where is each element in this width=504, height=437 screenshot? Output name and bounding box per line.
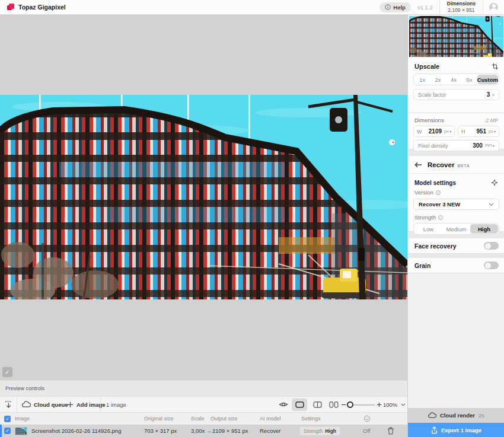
recover-panel: Recover BETA Model settings Version i Re… (408, 156, 504, 232)
mode-custom[interactable]: Custom (477, 75, 498, 84)
right-sidebar: Upscale 1x 2x 4x 6x Custom Scale factor … (407, 15, 504, 437)
upscale-mode-segment: 1x 2x 4x 6x Custom (413, 74, 499, 85)
info-icon: i (438, 215, 443, 220)
chevron-down-icon[interactable]: ▾ (493, 143, 495, 148)
model-settings-label: Model settings (414, 180, 456, 186)
table-row[interactable]: ✓ Screenshot 2026-02-26 114926.png 703 ×… (0, 425, 407, 437)
app-brand: Topaz Gigapixel (0, 0, 49, 14)
mode-6x[interactable]: 6x (461, 75, 477, 84)
help-button[interactable]: Help (379, 2, 411, 12)
upscale-title: Upscale (414, 63, 439, 70)
row-settings-badge[interactable]: StrengthHigh (300, 425, 340, 437)
face-recovery-column-icon (363, 413, 371, 425)
grain-row: Grain (408, 258, 504, 273)
scale-factor-field[interactable]: Scale factor 3 x (413, 89, 499, 100)
grain-toggle[interactable] (484, 261, 499, 269)
trash-icon (387, 427, 394, 435)
sidebar-empty-area (408, 273, 504, 408)
sparkle-icon[interactable] (491, 179, 498, 186)
pixel-density-field[interactable]: Pixel density 300 PPI▾ (413, 140, 499, 151)
strength-high[interactable]: High (470, 224, 498, 234)
row-face-recovery: Off (363, 425, 371, 437)
image-table-header: ✓ Image Original size Scale Output size … (0, 412, 407, 425)
preview-canvas[interactable]: ✓ (0, 15, 407, 380)
chevron-down-icon[interactable]: ▾ (494, 129, 496, 133)
preview-controls-label: Preview controls (0, 385, 44, 391)
row-selected-indicator (0, 425, 2, 437)
height-field[interactable]: H 951 px▾ (458, 126, 499, 137)
image-count: 1 image (106, 397, 126, 412)
plus-icon (67, 401, 74, 408)
face-recovery-label: Face recovery (414, 243, 457, 250)
col-settings: Settings (301, 413, 321, 425)
app-version: v1.1.2 (417, 4, 433, 11)
view-side-by-side-button[interactable] (326, 398, 342, 411)
select-all-checkbox[interactable]: ✓ (4, 413, 11, 425)
row-ai-model: Recover (260, 425, 280, 437)
strength-segment: Low Medium High (413, 223, 499, 235)
view-single-button[interactable] (292, 398, 307, 411)
row-thumbnail (15, 425, 27, 437)
import-queue-button[interactable] (4, 397, 13, 412)
preview-toggle-button[interactable] (279, 397, 288, 412)
split-view-icon (313, 401, 322, 408)
add-image-button[interactable]: Add image (67, 397, 106, 412)
cloud-render-time: 2s (479, 412, 484, 419)
info-icon (385, 4, 391, 10)
col-image: Image (15, 413, 30, 425)
arrow-right-icon: → (206, 428, 212, 434)
import-icon (4, 400, 13, 409)
face-recovery-toggle[interactable] (484, 242, 499, 250)
upscale-panel: Upscale 1x 2x 4x 6x Custom Scale factor … (408, 58, 504, 113)
version-label: Version (414, 189, 433, 196)
row-scale: 3,00x → (191, 425, 212, 437)
width-field[interactable]: W 2109 px▾ (413, 126, 455, 137)
cloud-queue-button[interactable]: Cloud queue (22, 397, 68, 412)
output-dimensions: Dimensions 2,109 × 951 (440, 1, 483, 13)
delete-image-button[interactable] (387, 425, 394, 437)
row-output-size: 2109 × 951 px (212, 425, 248, 437)
chevron-down-icon[interactable]: ▾ (449, 129, 451, 133)
cloud-render-button[interactable]: Cloud render 2s (408, 408, 504, 423)
preview-image[interactable] (0, 95, 407, 299)
side-by-side-icon (329, 401, 339, 408)
megapixel-readout: 2 MP (486, 117, 498, 123)
col-output-size: Output size (210, 413, 238, 425)
topaz-logo-icon (7, 4, 14, 11)
mode-1x[interactable]: 1x (414, 75, 430, 84)
strength-low[interactable]: Low (414, 224, 442, 234)
cloud-icon (22, 401, 31, 408)
app-title: Topaz Gigapixel (18, 4, 66, 11)
chevron-down-icon (489, 203, 494, 206)
top-bar: Topaz Gigapixel Help v1.1.2 Dimensions 2… (0, 0, 504, 15)
model-version-value: Recover 3 NEW (419, 201, 460, 208)
canvas-check-button[interactable]: ✓ (2, 367, 12, 377)
zoom-level-value: 100% (383, 401, 397, 408)
account-avatar[interactable] (489, 3, 498, 12)
cloud-queue-label: Cloud queue (34, 401, 68, 408)
zoom-slider-knob[interactable] (347, 401, 353, 408)
cloud-render-label: Cloud render (440, 412, 475, 419)
row-checkbox[interactable]: ✓ (4, 425, 11, 437)
export-button[interactable]: Export 1 image (408, 423, 504, 437)
eye-icon (279, 400, 288, 409)
mode-4x[interactable]: 4x (446, 75, 461, 84)
strength-medium[interactable]: Medium (442, 224, 470, 234)
export-label: Export 1 image (441, 427, 481, 433)
zoom-level-dropdown[interactable]: 100% (383, 397, 406, 412)
zoom-in-button[interactable] (377, 397, 382, 412)
export-icon (431, 426, 438, 434)
dimensions-label: Dimensions (414, 117, 444, 123)
mode-2x[interactable]: 2x (430, 75, 445, 84)
view-split-button[interactable] (310, 398, 325, 411)
model-version-dropdown[interactable]: Recover 3 NEW (413, 199, 499, 210)
cloud-icon (428, 412, 436, 419)
divider (100, 397, 101, 412)
crop-icon[interactable] (492, 63, 499, 70)
zoom-out-button[interactable] (341, 397, 346, 412)
divider (483, 0, 483, 15)
chevron-down-icon (401, 403, 406, 406)
navigation-thumbnail[interactable] (408, 15, 504, 58)
back-arrow-icon[interactable] (414, 162, 422, 168)
divider (17, 397, 17, 412)
